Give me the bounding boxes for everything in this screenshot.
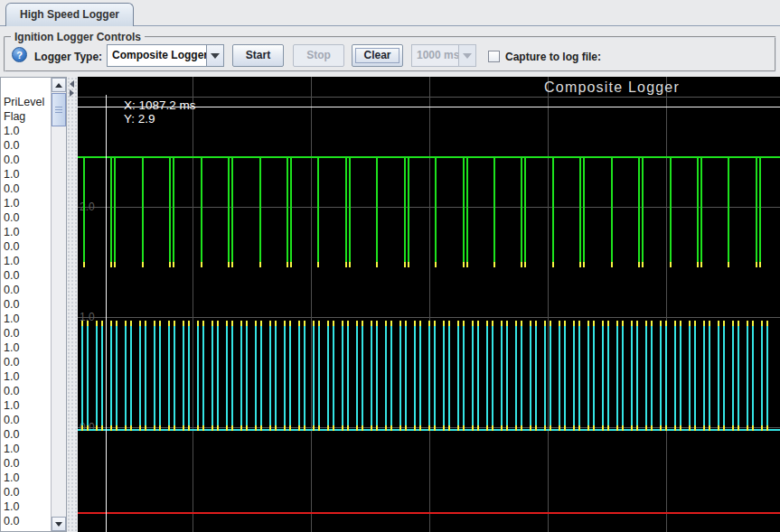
list-item[interactable]: 0.0 — [1, 456, 52, 471]
list-item[interactable]: 1.0 — [1, 369, 52, 384]
cyan-pulse — [419, 326, 421, 425]
data-point-marker — [622, 425, 624, 431]
list-item[interactable]: 1.0 — [1, 312, 52, 326]
list-item[interactable]: 1.0 — [1, 471, 52, 485]
list-item[interactable]: PriLevel — [1, 95, 52, 109]
split-pane-divider[interactable] — [67, 77, 78, 532]
scroll-up-button[interactable] — [52, 78, 66, 92]
data-point-marker — [110, 262, 112, 267]
data-point-marker — [602, 425, 604, 431]
cyan-pulse — [217, 326, 219, 425]
data-point-marker — [404, 262, 406, 267]
data-point-marker — [738, 425, 739, 431]
collapse-left-icon[interactable] — [70, 80, 74, 88]
list-item[interactable]: 0.0 — [1, 239, 52, 254]
data-point-marker — [607, 425, 609, 431]
cyan-pulse — [616, 326, 618, 425]
cyan-pulse — [747, 326, 748, 425]
cyan-pulse — [501, 326, 503, 425]
capture-to-log-label: Capture to log file: — [505, 51, 601, 63]
list-item[interactable]: 1.0 — [1, 254, 52, 268]
cyan-pulse — [371, 326, 372, 425]
data-point-marker — [579, 262, 581, 267]
list-item[interactable]: 0.0 — [1, 210, 52, 225]
list-item[interactable]: 1.0 — [1, 398, 52, 413]
data-point-marker — [318, 425, 320, 431]
list-item[interactable]: 0.0 — [1, 514, 52, 528]
data-point-marker — [642, 262, 644, 267]
data-point-marker — [428, 425, 430, 431]
cyan-pulse — [154, 326, 155, 425]
list-item[interactable]: 0.0 — [1, 153, 52, 167]
cyan-pulse — [535, 326, 537, 425]
data-point-marker — [260, 425, 262, 431]
arrow-down-icon — [55, 522, 62, 527]
cyan-pulse — [362, 326, 363, 425]
signal-list-scrollbar[interactable] — [51, 78, 66, 531]
cyan-pulse — [434, 326, 436, 425]
list-item[interactable]: 1.0 — [1, 225, 52, 239]
cyan-pulse — [703, 326, 705, 425]
crosshair-horizontal-line — [78, 107, 780, 107]
interval-combo[interactable]: 1000 ms — [411, 44, 476, 67]
list-item[interactable]: 0.0 — [1, 268, 52, 283]
clear-button[interactable]: Clear — [352, 44, 403, 67]
data-point-marker — [670, 262, 672, 267]
data-point-marker — [593, 425, 595, 431]
data-point-marker — [524, 262, 526, 267]
crosshair-vertical-line — [106, 95, 107, 532]
logger-type-combo-arrow-button[interactable] — [206, 45, 223, 66]
list-item[interactable]: 1.0 — [1, 167, 52, 182]
data-point-marker — [515, 425, 517, 431]
list-item[interactable]: 1.0 — [1, 341, 52, 355]
logger-type-combo[interactable]: Composite Logger — [107, 44, 224, 67]
list-item[interactable]: 0.0 — [1, 283, 52, 297]
list-item[interactable]: 1.0 — [1, 499, 52, 514]
signal-list-panel: PriLevelFlag1.00.00.01.00.01.00.01.00.01… — [0, 77, 67, 532]
composite-logger-chart[interactable]: Composite Logger X: 1087.2 ms Y: 2.9 2.0… — [78, 77, 780, 532]
cyan-pulse — [168, 326, 170, 425]
cyan-pulse — [183, 326, 184, 425]
list-item[interactable]: 0.0 — [1, 413, 52, 427]
start-button[interactable]: Start — [232, 44, 284, 67]
list-item[interactable]: 1.0 — [1, 196, 52, 210]
cyan-pulse — [607, 326, 609, 425]
cyan-pulse — [246, 326, 248, 425]
main-split-pane: PriLevelFlag1.00.00.01.00.01.00.01.00.01… — [0, 77, 780, 532]
list-item[interactable]: 0.0 — [1, 384, 52, 398]
cyan-pulse — [515, 326, 517, 425]
data-point-marker — [689, 425, 691, 431]
stop-button[interactable]: Stop — [293, 44, 344, 67]
data-point-marker — [674, 425, 676, 431]
data-point-marker — [125, 425, 127, 431]
list-item[interactable]: 0.0 — [1, 297, 52, 312]
list-item[interactable]: 0.0 — [1, 326, 52, 341]
list-item[interactable]: 0.0 — [1, 485, 52, 499]
data-point-marker — [732, 425, 734, 431]
help-icon[interactable]: ? — [12, 47, 27, 62]
data-point-marker — [544, 425, 546, 431]
data-point-marker — [259, 262, 261, 267]
scrollbar-thumb[interactable] — [52, 93, 66, 126]
cyan-pulse — [631, 326, 633, 425]
data-point-marker — [709, 425, 710, 431]
list-item[interactable]: Flag — [1, 109, 52, 124]
data-point-marker — [501, 425, 503, 431]
capture-to-log-checkbox[interactable] — [488, 51, 500, 62]
list-item[interactable]: 0.0 — [1, 427, 52, 442]
tab-high-speed-logger[interactable]: High Speed Logger — [5, 3, 134, 26]
list-item[interactable]: 0.0 — [1, 355, 52, 369]
crosshair-x-label: X: 1087.2 ms — [124, 98, 196, 112]
list-item[interactable]: 1.0 — [1, 124, 52, 138]
collapse-right-icon[interactable] — [70, 89, 74, 97]
y-axis-tick-label: 2.0 — [80, 201, 95, 213]
scroll-down-button[interactable] — [52, 517, 66, 531]
list-item[interactable]: 1.0 — [1, 442, 52, 456]
data-point-marker — [694, 425, 696, 431]
list-item[interactable]: 0.0 — [1, 138, 52, 153]
list-item[interactable]: 0.0 — [1, 182, 52, 196]
data-point-marker — [723, 425, 725, 431]
cyan-pulse — [428, 326, 430, 425]
data-point-marker — [435, 262, 437, 267]
interval-combo-arrow-button[interactable] — [458, 45, 475, 66]
